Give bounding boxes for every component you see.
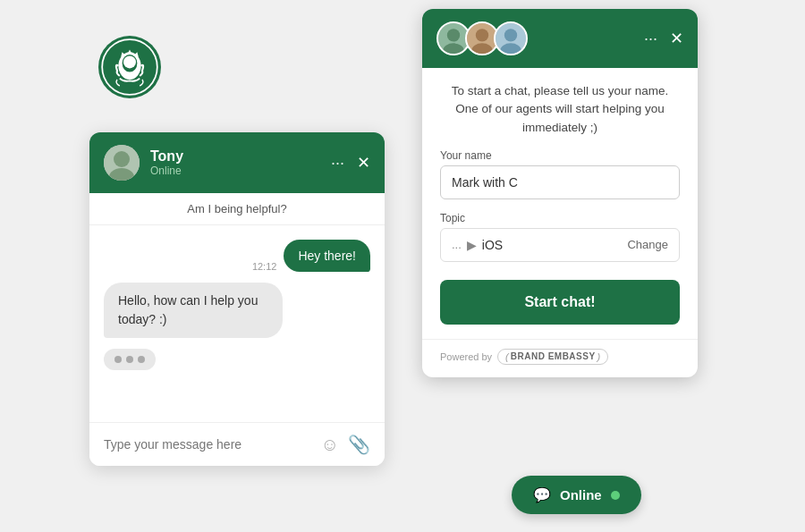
message-input[interactable] bbox=[104, 437, 312, 452]
chat-input-area: ☺ 📎 bbox=[89, 422, 385, 466]
topic-arrow-icon: ▶ bbox=[467, 238, 477, 252]
agent-info: Tony Online bbox=[150, 148, 320, 177]
close-button-right[interactable]: ✕ bbox=[670, 29, 683, 48]
header-right-actions: ··· ✕ bbox=[644, 29, 683, 48]
chat-header-right: ··· ✕ bbox=[422, 9, 698, 68]
topic-dots: ... bbox=[452, 238, 462, 251]
brand-embassy-name: BRAND EMBASSY bbox=[511, 351, 596, 361]
typing-dot bbox=[138, 356, 145, 363]
online-status-dot bbox=[611, 491, 620, 500]
online-label: Online bbox=[560, 487, 602, 502]
brand-embassy-logo: ( BRAND EMBASSY ) bbox=[497, 349, 608, 365]
svg-point-12 bbox=[447, 29, 460, 41]
topic-field: ... ▶ iOS Change bbox=[440, 228, 680, 262]
header-actions: ··· ✕ bbox=[331, 155, 370, 171]
message-time: 12:12 bbox=[252, 261, 277, 272]
svg-point-18 bbox=[504, 29, 517, 41]
attach-icon[interactable]: 📎 bbox=[348, 434, 370, 455]
chat-widget-left: Tony Online ··· ✕ Am I being helpful? 12… bbox=[89, 132, 385, 466]
name-label: Your name bbox=[440, 149, 680, 162]
typing-dot bbox=[126, 356, 133, 363]
chat-widget-right: ··· ✕ To start a chat, please tell us yo… bbox=[422, 9, 698, 377]
helpful-bar: Am I being helpful? bbox=[89, 193, 385, 225]
agent-status: Online bbox=[150, 165, 320, 177]
typing-dot bbox=[114, 356, 122, 363]
start-chat-button[interactable]: Start chat! bbox=[440, 280, 680, 325]
name-field-group: Your name bbox=[440, 149, 680, 199]
typing-indicator bbox=[104, 349, 156, 370]
message-bubble-right: Hey there! bbox=[284, 240, 370, 272]
dots-menu-button[interactable]: ··· bbox=[331, 155, 344, 171]
emoji-icon[interactable]: ☺ bbox=[321, 435, 339, 455]
topic-label: Topic bbox=[440, 212, 680, 224]
agent-avatar bbox=[104, 145, 140, 181]
powered-by: Powered by ( BRAND EMBASSY ) bbox=[422, 339, 698, 377]
name-input[interactable] bbox=[440, 165, 680, 199]
svg-point-9 bbox=[114, 151, 130, 167]
dots-menu-button-right[interactable]: ··· bbox=[644, 30, 657, 48]
chat-messages: 12:12 Hey there! Hello, how can I help y… bbox=[89, 225, 385, 422]
welcome-text: To start a chat, please tell us your nam… bbox=[440, 82, 680, 137]
form-body: To start a chat, please tell us your nam… bbox=[422, 68, 698, 339]
agent-name: Tony bbox=[150, 148, 320, 165]
topic-field-group: Topic ... ▶ iOS Change bbox=[440, 212, 680, 262]
change-topic-button[interactable]: Change bbox=[627, 238, 668, 251]
starbucks-logo bbox=[98, 36, 161, 98]
message-row: 12:12 Hey there! bbox=[104, 240, 370, 272]
input-icons: ☺ 📎 bbox=[321, 434, 370, 455]
agent-avatars bbox=[436, 21, 528, 55]
powered-by-label: Powered by bbox=[440, 351, 492, 362]
message-bubble-left: Hello, how can I help you today? :) bbox=[104, 283, 283, 338]
chat-bubble-icon: 💬 bbox=[533, 486, 551, 503]
typing-indicator-row bbox=[104, 349, 370, 370]
message-row: Hello, how can I help you today? :) bbox=[104, 283, 370, 338]
close-button[interactable]: ✕ bbox=[357, 155, 370, 171]
avatar-3 bbox=[494, 21, 528, 55]
logo-area bbox=[98, 36, 161, 102]
online-floating-button[interactable]: 💬 Online bbox=[512, 476, 641, 514]
topic-value: iOS bbox=[482, 238, 623, 252]
chat-header: Tony Online ··· ✕ bbox=[89, 132, 385, 193]
svg-point-4 bbox=[123, 55, 136, 68]
svg-point-15 bbox=[476, 29, 488, 41]
